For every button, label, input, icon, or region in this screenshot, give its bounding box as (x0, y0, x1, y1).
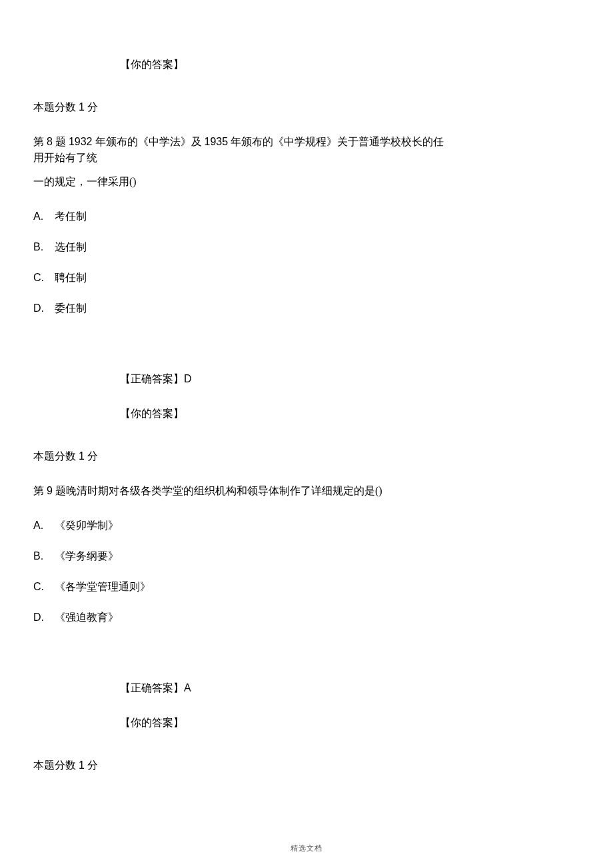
q9-option-a: A. 《癸卯学制》 (33, 518, 580, 534)
q8-stem-line1: 第 8 题 1932 年颁布的《中学法》及 1935 年颁布的《中学规程》关于普… (33, 134, 446, 166)
your-answer-label: 【你的答案】 (120, 408, 184, 419)
option-letter: D. (33, 300, 52, 316)
option-text: 聘任制 (55, 272, 87, 283)
page-footer: 精选文档 (0, 843, 613, 854)
q9-option-c: C. 《各学堂管理通则》 (33, 579, 580, 595)
option-letter: B. (33, 548, 52, 564)
option-letter: C. (33, 270, 52, 286)
q8-option-a: A. 考任制 (33, 209, 580, 224)
q8-correct-answer: 【正确答案】D (33, 371, 580, 387)
option-text: 《癸卯学制》 (55, 520, 119, 531)
option-letter: C. (33, 579, 52, 595)
q9-your-answer: 【你的答案】 (33, 715, 580, 731)
q8-stem-line2: 一的规定，一律采用() (33, 174, 580, 190)
q9-stem: 第 9 题晚清时期对各级各类学堂的组织机构和领导体制作了详细规定的是() (33, 483, 433, 499)
correct-answer-label: 【正确答案】 (120, 373, 184, 384)
option-letter: A. (33, 518, 52, 534)
option-letter: A. (33, 209, 52, 224)
q8-your-answer: 【你的答案】 (33, 406, 580, 422)
option-text: 《各学堂管理通则》 (55, 581, 151, 592)
option-text: 选任制 (55, 241, 87, 252)
option-letter: B. (33, 239, 52, 255)
prev-score-line: 本题分数 1 分 (33, 99, 580, 115)
q9-option-d: D. 《强迫教育》 (33, 610, 580, 626)
q9-score-line: 本题分数 1 分 (33, 757, 580, 773)
prev-your-answer: 【你的答案】 (33, 57, 580, 73)
q8-option-d: D. 委任制 (33, 300, 580, 316)
your-answer-label: 【你的答案】 (120, 59, 184, 70)
option-text: 《学务纲要》 (55, 550, 119, 562)
correct-answer-label: 【正确答案】 (120, 682, 184, 693)
correct-answer-value: A (184, 682, 191, 693)
your-answer-label: 【你的答案】 (120, 717, 184, 728)
q8-option-b: B. 选任制 (33, 239, 580, 255)
q9-correct-answer: 【正确答案】A (33, 680, 580, 696)
q8-option-c: C. 聘任制 (33, 270, 580, 286)
option-text: 委任制 (55, 302, 87, 314)
q9-option-b: B. 《学务纲要》 (33, 548, 580, 564)
q8-score-line: 本题分数 1 分 (33, 448, 580, 464)
option-letter: D. (33, 610, 52, 626)
option-text: 考任制 (55, 211, 87, 222)
correct-answer-value: D (184, 373, 192, 384)
option-text: 《强迫教育》 (55, 612, 119, 623)
